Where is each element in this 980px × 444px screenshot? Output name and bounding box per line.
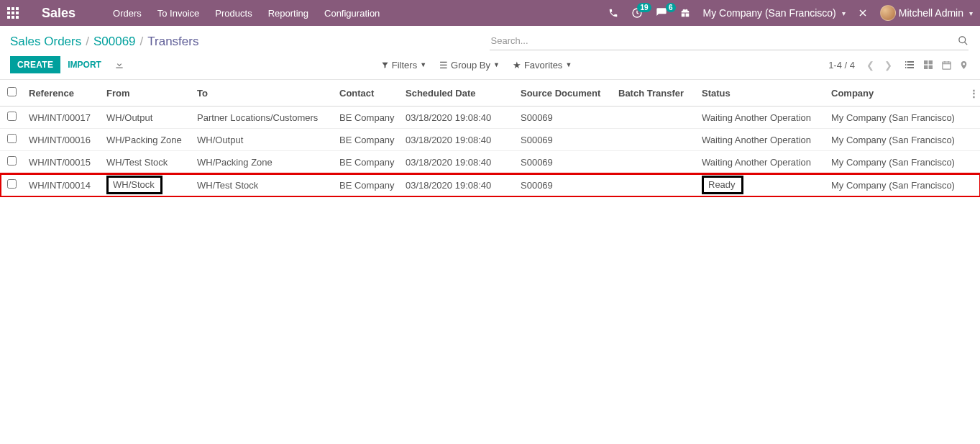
cell-source: S00069: [515, 151, 613, 173]
nav-reporting[interactable]: Reporting: [268, 8, 308, 19]
table-row[interactable]: WH/INT/00017 WH/Output Partner Locations…: [0, 107, 980, 129]
nav-left: Sales Orders To Invoice Products Reporti…: [7, 6, 380, 21]
table-header-row: Reference From To Contact Scheduled Date…: [0, 80, 980, 107]
download-icon[interactable]: [114, 60, 124, 70]
filters-button[interactable]: Filters ▼: [381, 60, 426, 71]
caret-down-icon: ▼: [493, 61, 500, 68]
close-icon[interactable]: [858, 9, 867, 17]
pager-text: 1-4 / 4: [828, 60, 855, 71]
cell-reference: WH/INT/00015: [23, 151, 101, 173]
col-source[interactable]: Source Document: [515, 80, 613, 107]
nav-configuration[interactable]: Configuration: [324, 8, 380, 19]
cell-scheduled: 03/18/2020 19:08:40: [400, 173, 515, 197]
import-button[interactable]: IMPORT: [60, 56, 109, 73]
star-icon: ★: [513, 60, 521, 71]
user-menu[interactable]: Mitchell Admin: [880, 5, 973, 21]
nav-to-invoice[interactable]: To Invoice: [157, 8, 200, 19]
caret-down-icon: ▼: [420, 61, 426, 68]
phone-icon[interactable]: [608, 8, 618, 18]
messages-icon[interactable]: 6: [656, 7, 667, 19]
pager-next-icon[interactable]: ❯: [881, 58, 895, 72]
col-batch[interactable]: Batch Transfer: [613, 80, 696, 107]
toolbar: CREATE IMPORT Filters ▼ ☰ Group By ▼ ★ F…: [0, 50, 980, 80]
cell-from: WH/Test Stock: [101, 151, 191, 173]
row-checkbox[interactable]: [7, 179, 17, 189]
app-brand[interactable]: Sales: [42, 6, 75, 21]
cell-reference: WH/INT/00016: [23, 129, 101, 151]
column-options-icon[interactable]: ⋮: [963, 80, 980, 107]
nav-right: 19 6 My Company (San Francisco) Mitchell…: [608, 5, 973, 21]
messages-badge: 6: [666, 3, 676, 12]
cell-to: WH/Packing Zone: [191, 151, 334, 173]
col-contact[interactable]: Contact: [334, 80, 400, 107]
view-list-icon[interactable]: [904, 59, 915, 71]
cell-status: Waiting Another Operation: [696, 129, 825, 151]
group-by-button[interactable]: ☰ Group By ▼: [439, 60, 500, 71]
group-icon: ☰: [439, 60, 448, 71]
user-name: Mitchell Admin: [899, 7, 963, 19]
col-status[interactable]: Status: [696, 80, 825, 107]
apps-icon[interactable]: [7, 7, 19, 19]
svg-rect-14: [929, 65, 933, 69]
row-checkbox[interactable]: [7, 112, 17, 121]
breadcrumb-sep: /: [140, 35, 144, 49]
svg-rect-7: [12, 16, 14, 19]
cell-from: WH/Output: [101, 107, 191, 129]
control-row: Sales Orders / S00069 / Transfers: [0, 26, 980, 50]
view-kanban-icon[interactable]: [922, 59, 934, 71]
svg-rect-13: [924, 65, 928, 69]
svg-rect-3: [7, 12, 10, 14]
view-map-icon[interactable]: [959, 60, 968, 71]
favorites-button[interactable]: ★ Favorites ▼: [513, 60, 572, 71]
cell-batch: [613, 151, 696, 173]
col-to[interactable]: To: [191, 80, 334, 107]
svg-rect-6: [7, 16, 10, 19]
col-from[interactable]: From: [101, 80, 191, 107]
table-row[interactable]: WH/INT/00016 WH/Packing Zone WH/Output B…: [0, 129, 980, 151]
svg-rect-5: [16, 12, 19, 14]
cell-reference: WH/INT/00014: [23, 173, 101, 197]
cell-contact: BE Company: [334, 151, 400, 173]
cell-from: WH/Stock: [101, 173, 191, 197]
svg-rect-11: [924, 60, 928, 64]
cell-contact: BE Company: [334, 129, 400, 151]
cell-company: My Company (San Francisco): [825, 151, 963, 173]
select-all-checkbox[interactable]: [7, 87, 17, 96]
company-switcher[interactable]: My Company (San Francisco): [703, 7, 846, 19]
view-calendar-icon[interactable]: [941, 60, 952, 71]
col-scheduled[interactable]: Scheduled Date: [400, 80, 515, 107]
nav-orders[interactable]: Orders: [113, 8, 142, 19]
cell-company: My Company (San Francisco): [825, 107, 963, 129]
cell-to: Partner Locations/Customers: [191, 107, 334, 129]
breadcrumb-order[interactable]: S00069: [93, 35, 136, 49]
activities-icon[interactable]: 19: [631, 7, 643, 19]
search-input[interactable]: [490, 32, 958, 49]
favorites-label: Favorites: [524, 60, 562, 71]
table-row[interactable]: WH/INT/00015 WH/Test Stock WH/Packing Zo…: [0, 151, 980, 173]
gift-icon[interactable]: [680, 8, 690, 18]
search-icon[interactable]: [958, 35, 968, 46]
right-controls: 1-4 / 4 ❮ ❯: [828, 58, 968, 72]
filters-label: Filters: [392, 60, 417, 71]
svg-rect-1: [12, 7, 14, 10]
cell-to: WH/Test Stock: [191, 173, 334, 197]
cell-status: Ready: [696, 173, 825, 197]
svg-rect-15: [943, 62, 951, 69]
nav-products[interactable]: Products: [215, 8, 252, 19]
row-checkbox[interactable]: [7, 134, 17, 143]
pager-prev-icon[interactable]: ❮: [864, 58, 877, 72]
activities-badge: 19: [637, 3, 651, 12]
cell-company: My Company (San Francisco): [825, 129, 963, 151]
svg-rect-0: [7, 7, 10, 10]
cell-source: S00069: [515, 173, 613, 197]
table-row[interactable]: WH/INT/00014 WH/Stock WH/Test Stock BE C…: [0, 173, 980, 197]
col-company[interactable]: Company: [825, 80, 963, 107]
cell-scheduled: 03/18/2020 19:08:40: [400, 151, 515, 173]
cell-contact: BE Company: [334, 173, 400, 197]
breadcrumb-sales-orders[interactable]: Sales Orders: [10, 35, 81, 49]
group-by-label: Group By: [451, 60, 490, 71]
col-reference[interactable]: Reference: [23, 80, 101, 107]
caret-down-icon: ▼: [565, 61, 572, 68]
row-checkbox[interactable]: [7, 156, 17, 166]
create-button[interactable]: CREATE: [10, 56, 60, 73]
